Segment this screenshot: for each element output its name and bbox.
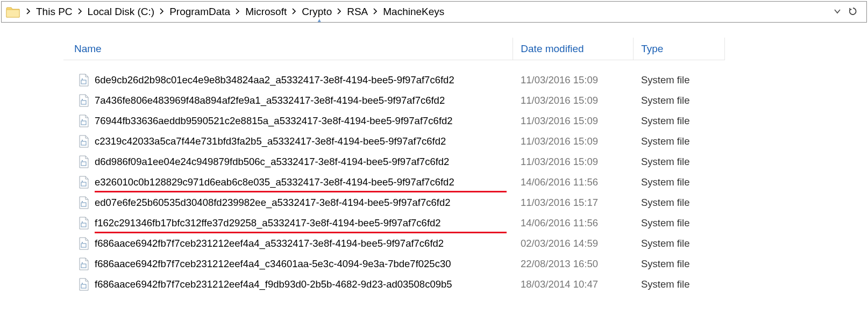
file-date-modified: 22/08/2013 16:50 — [513, 258, 634, 270]
file-type: System file — [634, 135, 725, 147]
system-file-icon — [79, 176, 89, 189]
file-type: System file — [634, 258, 725, 270]
file-name: f686aace6942fb7f7ceb231212eef4a4_a533241… — [95, 238, 513, 249]
column-header-row: Name ▲ Date modified Type — [63, 38, 725, 60]
svg-point-11 — [82, 181, 83, 182]
system-file-icon — [79, 237, 89, 250]
file-row[interactable]: 6de9cb26d2b98c01ec4e9e8b34824aa2_a533241… — [63, 70, 725, 90]
file-date-modified: 02/03/2016 14:59 — [513, 238, 634, 249]
file-type: System file — [634, 95, 725, 106]
system-file-icon — [79, 155, 89, 168]
system-file-icon — [79, 94, 89, 107]
svg-point-13 — [82, 201, 83, 202]
file-date-modified: 11/03/2016 15:09 — [513, 156, 634, 168]
file-list-view: Name ▲ Date modified Type 6de9cb26d2b98c… — [63, 38, 725, 295]
breadcrumb-separator-icon — [292, 8, 296, 16]
file-name: 76944fb33636aeddb9590521c2e8815a_a533241… — [95, 115, 513, 127]
column-header-date[interactable]: Date modified — [513, 38, 633, 60]
file-name: 7a436fe806e483969f48a894af2fe9a1_a533241… — [95, 95, 513, 106]
file-name: d6d986f09a1ee04e24c949879fdb506c_a533241… — [95, 156, 513, 168]
file-name: c2319c42033a5ca7f44e731bfd3fa2b5_a533241… — [95, 135, 513, 147]
file-row[interactable]: f686aace6942fb7f7ceb231212eef4a4_a533241… — [63, 233, 725, 254]
svg-point-9 — [82, 160, 83, 161]
file-row[interactable]: 76944fb33636aeddb9590521c2e8815a_a533241… — [63, 111, 725, 131]
file-name: f162c291346fb17bfc312ffe37d29258_a533241… — [95, 217, 513, 229]
system-file-icon — [79, 258, 89, 270]
system-file-icon — [79, 74, 89, 87]
system-file-icon — [79, 115, 89, 127]
file-name: f686aace6942fb7f7ceb231212eef4a4_c34601a… — [95, 258, 513, 270]
svg-point-21 — [82, 283, 83, 284]
column-header-type[interactable]: Type — [633, 38, 724, 60]
system-file-icon — [79, 196, 89, 209]
svg-point-17 — [82, 242, 83, 243]
file-type: System file — [634, 217, 725, 229]
file-type: System file — [634, 176, 725, 188]
file-date-modified: 11/03/2016 15:09 — [513, 74, 634, 86]
system-file-icon — [79, 217, 89, 230]
file-date-modified: 11/03/2016 15:09 — [513, 95, 634, 106]
history-dropdown-icon[interactable] — [833, 7, 842, 17]
breadcrumb-separator-icon — [236, 8, 240, 16]
svg-point-19 — [82, 262, 83, 263]
file-type: System file — [634, 115, 725, 127]
refresh-icon[interactable] — [848, 6, 858, 18]
file-date-modified: 14/06/2016 11:56 — [513, 217, 634, 229]
file-type: System file — [634, 238, 725, 249]
file-rows-container: 6de9cb26d2b98c01ec4e9e8b34824aa2_a533241… — [63, 60, 725, 295]
file-name: f686aace6942fb7f7ceb231212eef4a4_f9db93d… — [95, 278, 513, 290]
file-name: ed07e6fe25b60535d30408fd239982ee_a533241… — [95, 197, 513, 209]
file-row[interactable]: e326010c0b128829c971d6eab6c8e035_a533241… — [63, 172, 725, 192]
breadcrumb-item[interactable]: RSA — [345, 5, 370, 19]
file-date-modified: 18/03/2014 10:47 — [513, 278, 634, 290]
file-date-modified: 14/06/2016 11:56 — [513, 176, 634, 188]
breadcrumb-item[interactable]: Microsoft — [243, 5, 289, 19]
breadcrumb-separator-icon — [78, 8, 82, 16]
file-type: System file — [634, 278, 725, 290]
svg-point-1 — [82, 78, 83, 80]
file-row[interactable]: 7a436fe806e483969f48a894af2fe9a1_a533241… — [63, 90, 725, 111]
breadcrumb-separator-icon — [373, 8, 378, 16]
breadcrumb-separator-icon — [26, 8, 31, 16]
file-row[interactable]: f686aace6942fb7f7ceb231212eef4a4_c34601a… — [63, 254, 725, 274]
file-type: System file — [634, 74, 725, 86]
file-row[interactable]: f162c291346fb17bfc312ffe37d29258_a533241… — [63, 213, 725, 233]
file-row[interactable]: f686aace6942fb7f7ceb231212eef4a4_f9db93d… — [63, 274, 725, 295]
file-type: System file — [634, 156, 725, 168]
breadcrumb-item[interactable]: MachineKeys — [381, 5, 446, 19]
file-row[interactable]: ed07e6fe25b60535d30408fd239982ee_a533241… — [63, 192, 725, 213]
svg-point-15 — [82, 221, 83, 223]
address-bar[interactable]: This PCLocal Disk (C:)ProgramDataMicroso… — [1, 1, 867, 23]
breadcrumb: This PCLocal Disk (C:)ProgramDataMicroso… — [23, 5, 829, 19]
file-date-modified: 11/03/2016 15:09 — [513, 115, 634, 127]
breadcrumb-separator-icon — [160, 8, 164, 16]
svg-point-7 — [82, 140, 83, 141]
system-file-icon — [79, 278, 89, 291]
svg-point-3 — [82, 99, 83, 100]
file-date-modified: 11/03/2016 15:17 — [513, 197, 634, 209]
breadcrumb-item[interactable]: This PC — [34, 5, 75, 19]
file-type: System file — [634, 197, 725, 209]
breadcrumb-item[interactable]: Local Disk (C:) — [86, 5, 157, 19]
file-row[interactable]: c2319c42033a5ca7f44e731bfd3fa2b5_a533241… — [63, 131, 725, 152]
file-date-modified: 11/03/2016 15:09 — [513, 135, 634, 147]
sort-ascending-icon: ▲ — [317, 17, 322, 23]
file-row[interactable]: d6d986f09a1ee04e24c949879fdb506c_a533241… — [63, 152, 725, 172]
file-name: 6de9cb26d2b98c01ec4e9e8b34824aa2_a533241… — [95, 74, 513, 86]
breadcrumb-separator-icon — [337, 8, 341, 16]
system-file-icon — [79, 135, 89, 148]
breadcrumb-item[interactable]: ProgramData — [167, 5, 232, 19]
svg-point-5 — [82, 119, 83, 120]
file-name: e326010c0b128829c971d6eab6c8e035_a533241… — [95, 176, 513, 188]
folder-icon — [6, 5, 20, 18]
column-header-name[interactable]: Name ▲ — [63, 43, 513, 55]
